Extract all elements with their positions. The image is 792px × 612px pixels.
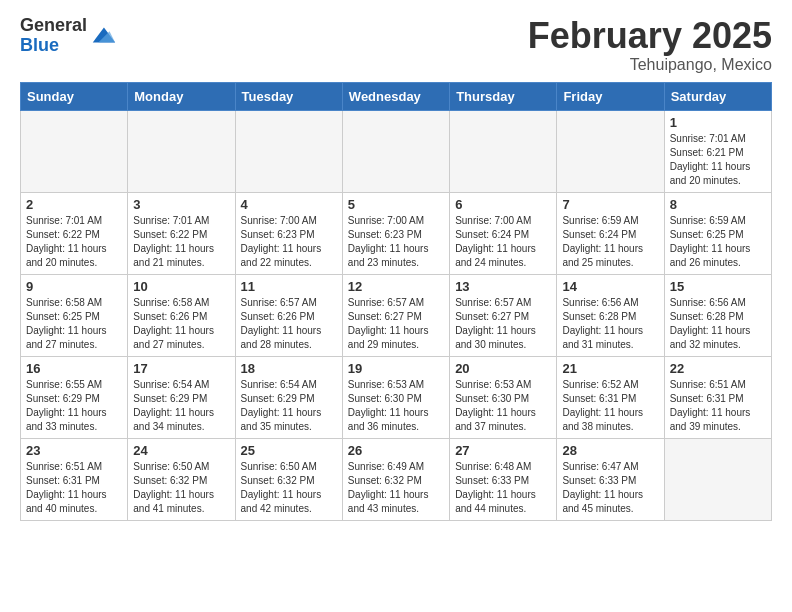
day-number: 22	[670, 361, 766, 376]
day-number: 7	[562, 197, 658, 212]
day-info: Sunrise: 7:00 AM Sunset: 6:23 PM Dayligh…	[348, 214, 444, 270]
day-header-friday: Friday	[557, 82, 664, 110]
day-info: Sunrise: 6:53 AM Sunset: 6:30 PM Dayligh…	[455, 378, 551, 434]
day-info: Sunrise: 6:59 AM Sunset: 6:24 PM Dayligh…	[562, 214, 658, 270]
day-cell-2: 2Sunrise: 7:01 AM Sunset: 6:22 PM Daylig…	[21, 192, 128, 274]
day-cell-22: 22Sunrise: 6:51 AM Sunset: 6:31 PM Dayli…	[664, 356, 771, 438]
day-info: Sunrise: 6:50 AM Sunset: 6:32 PM Dayligh…	[133, 460, 229, 516]
day-cell-23: 23Sunrise: 6:51 AM Sunset: 6:31 PM Dayli…	[21, 438, 128, 520]
day-number: 18	[241, 361, 337, 376]
day-header-saturday: Saturday	[664, 82, 771, 110]
day-info: Sunrise: 7:00 AM Sunset: 6:24 PM Dayligh…	[455, 214, 551, 270]
day-info: Sunrise: 6:57 AM Sunset: 6:27 PM Dayligh…	[348, 296, 444, 352]
day-info: Sunrise: 6:58 AM Sunset: 6:26 PM Dayligh…	[133, 296, 229, 352]
day-cell-7: 7Sunrise: 6:59 AM Sunset: 6:24 PM Daylig…	[557, 192, 664, 274]
day-info: Sunrise: 6:51 AM Sunset: 6:31 PM Dayligh…	[26, 460, 122, 516]
day-info: Sunrise: 6:56 AM Sunset: 6:28 PM Dayligh…	[562, 296, 658, 352]
day-number: 10	[133, 279, 229, 294]
day-info: Sunrise: 6:47 AM Sunset: 6:33 PM Dayligh…	[562, 460, 658, 516]
day-header-row: SundayMondayTuesdayWednesdayThursdayFrid…	[21, 82, 772, 110]
day-number: 17	[133, 361, 229, 376]
day-info: Sunrise: 6:57 AM Sunset: 6:27 PM Dayligh…	[455, 296, 551, 352]
day-cell-empty	[664, 438, 771, 520]
day-header-monday: Monday	[128, 82, 235, 110]
day-cell-empty	[21, 110, 128, 192]
day-info: Sunrise: 6:50 AM Sunset: 6:32 PM Dayligh…	[241, 460, 337, 516]
week-row-5: 23Sunrise: 6:51 AM Sunset: 6:31 PM Dayli…	[21, 438, 772, 520]
day-number: 21	[562, 361, 658, 376]
week-row-3: 9Sunrise: 6:58 AM Sunset: 6:25 PM Daylig…	[21, 274, 772, 356]
day-header-sunday: Sunday	[21, 82, 128, 110]
day-cell-28: 28Sunrise: 6:47 AM Sunset: 6:33 PM Dayli…	[557, 438, 664, 520]
title-block: February 2025 Tehuipango, Mexico	[528, 16, 772, 74]
day-info: Sunrise: 6:48 AM Sunset: 6:33 PM Dayligh…	[455, 460, 551, 516]
day-info: Sunrise: 7:01 AM Sunset: 6:21 PM Dayligh…	[670, 132, 766, 188]
day-cell-18: 18Sunrise: 6:54 AM Sunset: 6:29 PM Dayli…	[235, 356, 342, 438]
day-info: Sunrise: 7:01 AM Sunset: 6:22 PM Dayligh…	[133, 214, 229, 270]
day-cell-25: 25Sunrise: 6:50 AM Sunset: 6:32 PM Dayli…	[235, 438, 342, 520]
day-cell-13: 13Sunrise: 6:57 AM Sunset: 6:27 PM Dayli…	[450, 274, 557, 356]
page-header: General Blue February 2025 Tehuipango, M…	[0, 0, 792, 82]
calendar-body: 1Sunrise: 7:01 AM Sunset: 6:21 PM Daylig…	[21, 110, 772, 520]
day-number: 4	[241, 197, 337, 212]
day-number: 3	[133, 197, 229, 212]
day-cell-19: 19Sunrise: 6:53 AM Sunset: 6:30 PM Dayli…	[342, 356, 449, 438]
day-number: 1	[670, 115, 766, 130]
day-cell-16: 16Sunrise: 6:55 AM Sunset: 6:29 PM Dayli…	[21, 356, 128, 438]
day-number: 8	[670, 197, 766, 212]
day-number: 9	[26, 279, 122, 294]
day-cell-10: 10Sunrise: 6:58 AM Sunset: 6:26 PM Dayli…	[128, 274, 235, 356]
week-row-4: 16Sunrise: 6:55 AM Sunset: 6:29 PM Dayli…	[21, 356, 772, 438]
day-cell-empty	[557, 110, 664, 192]
day-number: 28	[562, 443, 658, 458]
day-cell-5: 5Sunrise: 7:00 AM Sunset: 6:23 PM Daylig…	[342, 192, 449, 274]
day-cell-27: 27Sunrise: 6:48 AM Sunset: 6:33 PM Dayli…	[450, 438, 557, 520]
day-number: 15	[670, 279, 766, 294]
day-info: Sunrise: 6:49 AM Sunset: 6:32 PM Dayligh…	[348, 460, 444, 516]
day-cell-26: 26Sunrise: 6:49 AM Sunset: 6:32 PM Dayli…	[342, 438, 449, 520]
day-cell-1: 1Sunrise: 7:01 AM Sunset: 6:21 PM Daylig…	[664, 110, 771, 192]
day-info: Sunrise: 6:52 AM Sunset: 6:31 PM Dayligh…	[562, 378, 658, 434]
day-cell-15: 15Sunrise: 6:56 AM Sunset: 6:28 PM Dayli…	[664, 274, 771, 356]
day-number: 16	[26, 361, 122, 376]
calendar-table: SundayMondayTuesdayWednesdayThursdayFrid…	[20, 82, 772, 521]
day-info: Sunrise: 6:55 AM Sunset: 6:29 PM Dayligh…	[26, 378, 122, 434]
day-number: 2	[26, 197, 122, 212]
day-cell-17: 17Sunrise: 6:54 AM Sunset: 6:29 PM Dayli…	[128, 356, 235, 438]
day-cell-20: 20Sunrise: 6:53 AM Sunset: 6:30 PM Dayli…	[450, 356, 557, 438]
day-info: Sunrise: 6:51 AM Sunset: 6:31 PM Dayligh…	[670, 378, 766, 434]
day-cell-21: 21Sunrise: 6:52 AM Sunset: 6:31 PM Dayli…	[557, 356, 664, 438]
day-cell-6: 6Sunrise: 7:00 AM Sunset: 6:24 PM Daylig…	[450, 192, 557, 274]
day-number: 14	[562, 279, 658, 294]
day-header-thursday: Thursday	[450, 82, 557, 110]
day-number: 6	[455, 197, 551, 212]
month-title: February 2025	[528, 16, 772, 56]
day-number: 20	[455, 361, 551, 376]
day-info: Sunrise: 7:00 AM Sunset: 6:23 PM Dayligh…	[241, 214, 337, 270]
logo-icon	[89, 22, 117, 50]
day-info: Sunrise: 7:01 AM Sunset: 6:22 PM Dayligh…	[26, 214, 122, 270]
day-number: 24	[133, 443, 229, 458]
day-cell-3: 3Sunrise: 7:01 AM Sunset: 6:22 PM Daylig…	[128, 192, 235, 274]
location: Tehuipango, Mexico	[528, 56, 772, 74]
day-number: 19	[348, 361, 444, 376]
day-number: 12	[348, 279, 444, 294]
day-info: Sunrise: 6:54 AM Sunset: 6:29 PM Dayligh…	[133, 378, 229, 434]
day-number: 25	[241, 443, 337, 458]
day-info: Sunrise: 6:56 AM Sunset: 6:28 PM Dayligh…	[670, 296, 766, 352]
day-cell-empty	[342, 110, 449, 192]
day-cell-empty	[450, 110, 557, 192]
day-number: 26	[348, 443, 444, 458]
week-row-2: 2Sunrise: 7:01 AM Sunset: 6:22 PM Daylig…	[21, 192, 772, 274]
day-header-tuesday: Tuesday	[235, 82, 342, 110]
day-number: 27	[455, 443, 551, 458]
day-cell-12: 12Sunrise: 6:57 AM Sunset: 6:27 PM Dayli…	[342, 274, 449, 356]
day-info: Sunrise: 6:53 AM Sunset: 6:30 PM Dayligh…	[348, 378, 444, 434]
day-cell-9: 9Sunrise: 6:58 AM Sunset: 6:25 PM Daylig…	[21, 274, 128, 356]
week-row-1: 1Sunrise: 7:01 AM Sunset: 6:21 PM Daylig…	[21, 110, 772, 192]
day-cell-empty	[235, 110, 342, 192]
day-info: Sunrise: 6:57 AM Sunset: 6:26 PM Dayligh…	[241, 296, 337, 352]
day-cell-empty	[128, 110, 235, 192]
day-info: Sunrise: 6:59 AM Sunset: 6:25 PM Dayligh…	[670, 214, 766, 270]
day-header-wednesday: Wednesday	[342, 82, 449, 110]
